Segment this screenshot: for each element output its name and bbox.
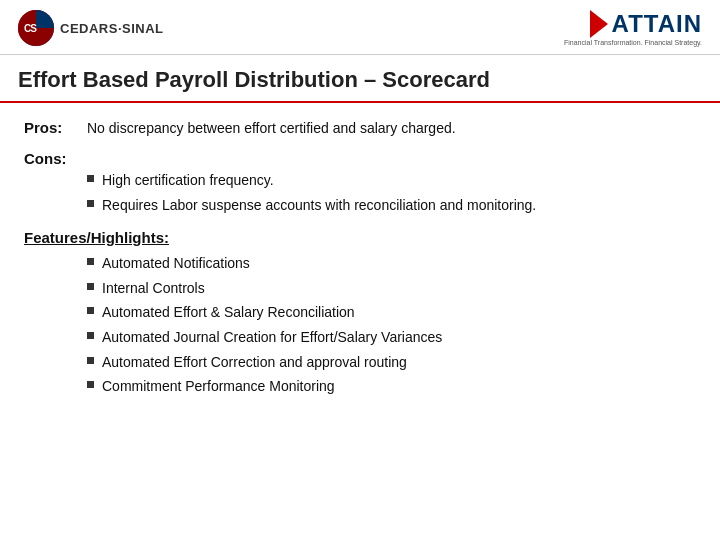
- header-bar: CS CEDARS·SINAL ATTAIN Financial Transfo…: [0, 0, 720, 55]
- feature-item-text-6: Commitment Performance Monitoring: [102, 377, 335, 397]
- features-items-list: Automated NotificationsInternal Controls…: [87, 254, 696, 397]
- attain-arrow-icon: [590, 10, 608, 38]
- content-section: Pros: No discrepancy between effort cert…: [0, 103, 720, 540]
- feature-item-text-2: Internal Controls: [102, 279, 205, 299]
- title-section: Effort Based Payroll Distribution – Scor…: [0, 55, 720, 103]
- features-title: Features/Highlights:: [24, 229, 696, 246]
- attain-logo-text: ATTAIN: [612, 10, 702, 38]
- attain-logo-main: ATTAIN: [590, 10, 702, 38]
- cons-item-text-2: Requires Labor suspense accounts with re…: [102, 196, 536, 216]
- cedars-logo: CS CEDARS·SINAL: [18, 10, 164, 46]
- feature-item-6: Commitment Performance Monitoring: [87, 377, 696, 397]
- pros-label: Pros:: [24, 119, 79, 136]
- page-title: Effort Based Payroll Distribution – Scor…: [18, 67, 702, 93]
- cedars-logo-text: CEDARS·SINAL: [60, 21, 164, 36]
- feature-item-1: Automated Notifications: [87, 254, 696, 274]
- feature-item-text-1: Automated Notifications: [102, 254, 250, 274]
- bullet-icon-2: [87, 200, 94, 207]
- page-container: CS CEDARS·SINAL ATTAIN Financial Transfo…: [0, 0, 720, 540]
- cons-section: Cons: High certification frequency. Requ…: [24, 150, 696, 215]
- feature-bullet-icon-3: [87, 307, 94, 314]
- feature-item-2: Internal Controls: [87, 279, 696, 299]
- feature-bullet-icon-5: [87, 357, 94, 364]
- cons-item-2: Requires Labor suspense accounts with re…: [87, 196, 696, 216]
- feature-item-text-3: Automated Effort & Salary Reconciliation: [102, 303, 355, 323]
- feature-bullet-icon-2: [87, 283, 94, 290]
- pros-row: Pros: No discrepancy between effort cert…: [24, 119, 696, 136]
- pros-text: No discrepancy between effort certified …: [87, 120, 456, 136]
- feature-item-5: Automated Effort Correction and approval…: [87, 353, 696, 373]
- feature-item-3: Automated Effort & Salary Reconciliation: [87, 303, 696, 323]
- cons-item-1: High certification frequency.: [87, 171, 696, 191]
- cedars-logo-icon: CS: [18, 10, 54, 46]
- cons-items-list: High certification frequency. Requires L…: [87, 171, 696, 215]
- feature-item-4: Automated Journal Creation for Effort/Sa…: [87, 328, 696, 348]
- feature-bullet-icon-1: [87, 258, 94, 265]
- feature-item-text-4: Automated Journal Creation for Effort/Sa…: [102, 328, 442, 348]
- svg-text:CS: CS: [24, 23, 37, 34]
- cons-item-text-1: High certification frequency.: [102, 171, 274, 191]
- feature-bullet-icon-6: [87, 381, 94, 388]
- cons-label: Cons:: [24, 150, 79, 167]
- cons-header-row: Cons:: [24, 150, 696, 167]
- feature-bullet-icon-4: [87, 332, 94, 339]
- attain-logo: ATTAIN Financial Transformation. Financi…: [564, 10, 702, 46]
- attain-tagline: Financial Transformation. Financial Stra…: [564, 39, 702, 46]
- bullet-icon-1: [87, 175, 94, 182]
- features-section: Features/Highlights: Automated Notificat…: [24, 229, 696, 397]
- feature-item-text-5: Automated Effort Correction and approval…: [102, 353, 407, 373]
